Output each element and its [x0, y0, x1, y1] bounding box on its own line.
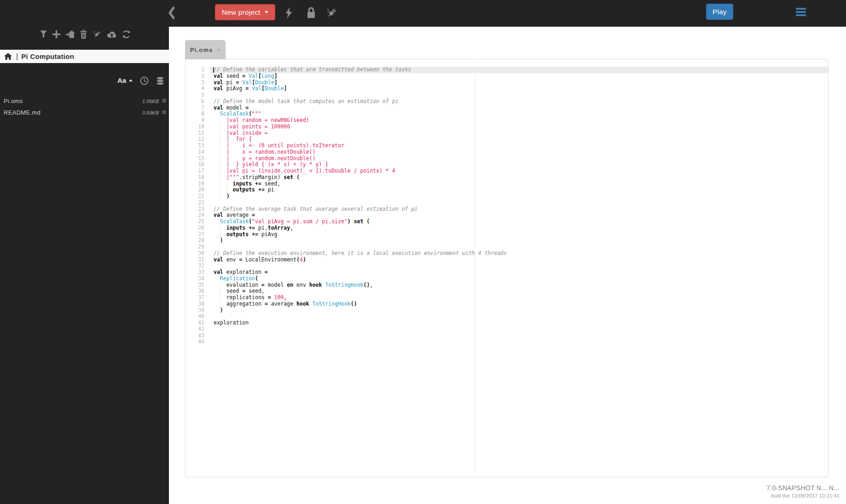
line-number: 6: [185, 98, 210, 105]
line-number: 18: [185, 174, 210, 181]
line-number: 25: [185, 219, 210, 225]
code-line[interactable]: 5: [185, 92, 828, 98]
paste-icon[interactable]: [65, 30, 75, 39]
code-editor[interactable]: 1// Define the variables that are transm…: [185, 59, 829, 477]
line-number: 22: [185, 200, 210, 206]
code-lines: 1// Define the variables that are transm…: [185, 67, 828, 345]
build-date-label: built the 13/09/2017 10:21:41: [766, 493, 840, 498]
file-row-pi-oms[interactable]: Pi.oms 1.06KB ⚙: [0, 96, 169, 107]
sidebar: | Pi Computation Aa: [0, 27, 169, 504]
code-line[interactable]: 38 aggregation = average hook ToStringHo…: [185, 301, 828, 307]
code-line[interactable]: 12 | for {: [185, 136, 828, 143]
code-line[interactable]: 7val model =: [185, 105, 828, 111]
delete-icon[interactable]: [80, 30, 87, 39]
bolt-icon[interactable]: [284, 7, 293, 19]
code-line[interactable]: 36 seed = seed,: [185, 288, 828, 295]
line-number: 3: [185, 80, 210, 86]
code-line[interactable]: 23// Define the average task that averag…: [185, 206, 828, 213]
version-info: 7.0-SNAPSHOT N... N... built the 13/09/2…: [766, 484, 840, 498]
code-line[interactable]: 15 | y = random.nextDouble(): [185, 156, 828, 162]
line-number: 33: [185, 269, 210, 276]
alpha-sort-label: Aa: [117, 76, 126, 84]
new-project-button[interactable]: New project: [215, 4, 275, 20]
code-line[interactable]: 9 |val random = newRNG(seed): [185, 117, 828, 124]
code-line[interactable]: 10 |val points = 100000: [185, 124, 828, 130]
code-line[interactable]: 40: [185, 313, 828, 320]
line-number: 37: [185, 295, 210, 301]
alpha-sort-button[interactable]: Aa: [117, 76, 133, 84]
refresh-icon[interactable]: [122, 30, 131, 39]
clock-icon[interactable]: [140, 76, 149, 85]
code-line[interactable]: 21 ): [185, 193, 828, 200]
code-line[interactable]: 14 | x = random.nextDouble(): [185, 149, 828, 156]
add-file-icon[interactable]: [52, 30, 60, 38]
code-line[interactable]: 13 | i <- (0 until points).toIterator: [185, 143, 828, 149]
line-number: 31: [185, 257, 210, 263]
code-line[interactable]: 29: [185, 244, 828, 250]
code-line[interactable]: 31val env = LocalEnvironment(4): [185, 257, 828, 263]
code-line[interactable]: 33val exploration =: [185, 269, 828, 276]
code-line[interactable]: 4val piAvg = Val[Double]: [185, 86, 828, 92]
code-line[interactable]: 39 ): [185, 307, 828, 314]
play-label: Play: [713, 8, 727, 16]
tab-pi-oms[interactable]: Pi.oms ×: [185, 40, 226, 59]
code-line[interactable]: 44: [185, 339, 828, 345]
file-size: 1.06KB: [142, 98, 159, 104]
code-line[interactable]: 32: [185, 263, 828, 269]
back-chevron-icon[interactable]: [168, 6, 176, 20]
file-name[interactable]: Pi.oms: [4, 98, 23, 104]
play-button[interactable]: Play: [706, 4, 733, 20]
lock-icon[interactable]: [306, 6, 317, 19]
hamburger-menu-icon[interactable]: [796, 8, 806, 17]
code-line[interactable]: 11 |val inside =: [185, 130, 828, 137]
gear-icon[interactable]: ⚙: [162, 98, 167, 104]
code-line[interactable]: 1// Define the variables that are transm…: [185, 67, 828, 73]
line-number: 30: [185, 250, 210, 257]
line-number: 29: [185, 244, 210, 250]
code-line[interactable]: 25 ScalaTask("val piAvg = pi.sum / pi.si…: [185, 219, 828, 225]
line-number: 7: [185, 105, 210, 111]
code-line[interactable]: 16 | } yield { (x * x) + (y * y) }: [185, 162, 828, 168]
code-line[interactable]: 30// Define the execution environment, h…: [185, 250, 828, 257]
close-tab-icon[interactable]: ×: [217, 46, 221, 53]
code-line[interactable]: 24val average =: [185, 212, 828, 219]
code-line[interactable]: 3val pi = Val[Double]: [185, 80, 828, 86]
code-line[interactable]: 17 |val pi = (inside.count(_ < 1).toDoub…: [185, 168, 828, 174]
plug-icon[interactable]: [93, 30, 102, 39]
gear-icon[interactable]: ⚙: [162, 109, 167, 116]
code-line[interactable]: 27 outputs += piAvg: [185, 232, 828, 238]
file-name[interactable]: README.md: [4, 109, 41, 116]
code-line[interactable]: 18 |""".stripMargin) set (: [185, 174, 828, 181]
filter-icon[interactable]: [40, 30, 47, 39]
text-cursor: [213, 67, 214, 73]
line-number: 35: [185, 282, 210, 289]
line-number: 8: [185, 111, 210, 117]
home-icon[interactable]: [4, 53, 12, 60]
file-row-readme-md[interactable]: README.md 0.59KB ⚙: [0, 107, 169, 119]
code-line[interactable]: 8 ScalaTask(""": [185, 111, 828, 117]
code-line[interactable]: 42: [185, 326, 828, 333]
line-number: 43: [185, 333, 210, 339]
code-line[interactable]: 26 inputs += pi.toArray,: [185, 225, 828, 232]
code-line[interactable]: 35 evaluation = model on env hook ToStri…: [185, 282, 828, 289]
line-number: 28: [185, 238, 210, 244]
code-line[interactable]: 2val seed = Val[Long]: [185, 73, 828, 80]
line-number: 23: [185, 206, 210, 213]
code-line[interactable]: 22: [185, 200, 828, 206]
code-line[interactable]: 20 outputs += pi: [185, 187, 828, 193]
code-line[interactable]: 28 ): [185, 238, 828, 244]
line-number: 5: [185, 92, 210, 98]
upload-icon[interactable]: [107, 30, 117, 38]
code-line[interactable]: 41exploration: [185, 320, 828, 326]
code-line[interactable]: 34 Replication(: [185, 276, 828, 282]
line-number: 1: [185, 67, 210, 73]
code-line[interactable]: 43: [185, 333, 828, 339]
line-number: 13: [185, 143, 210, 149]
code-line[interactable]: 19 inputs += seed,: [185, 181, 828, 187]
code-line[interactable]: 6// Define the model task that computes …: [185, 98, 828, 105]
plug-icon[interactable]: [326, 6, 338, 19]
title-separator: |: [16, 52, 18, 61]
code-line[interactable]: 37 replications = 100,: [185, 295, 828, 301]
database-icon[interactable]: [156, 77, 164, 85]
line-number: 38: [185, 301, 210, 307]
